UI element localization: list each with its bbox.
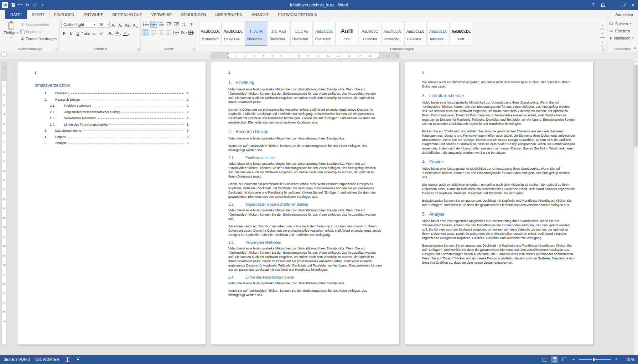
doc-block[interactable]: 1. Einleitung	[228, 80, 382, 85]
tab-selector[interactable]: ∟	[1, 53, 7, 58]
macro-record-icon[interactable]	[76, 358, 80, 361]
style-item[interactable]: AaBbCcDc Intensive...	[427, 21, 450, 46]
doc-block[interactable]: Wenn Sie auf "Onlinevideo" klicken, könn…	[228, 144, 382, 152]
font-name-select[interactable]: Calibri Light▾	[61, 21, 96, 28]
style-item[interactable]: AaBbCcDc Schwache...	[382, 21, 404, 46]
style-item[interactable]: 1.1. AaB Überschrif...	[268, 21, 290, 46]
toc-title[interactable]: Inhaltsverzeichnis	[35, 83, 188, 88]
shrink-font-button[interactable]: A▾	[117, 21, 123, 28]
word-count[interactable]: 831 WÖRTER	[36, 357, 59, 362]
print-layout-button[interactable]	[551, 356, 558, 363]
proofing-status-icon[interactable]	[65, 358, 70, 362]
doc-block[interactable]: 2.1. Problem statement	[228, 156, 382, 160]
style-item[interactable]: AaBbCcDc Hervorhe...	[404, 21, 427, 46]
select-button[interactable]: Markieren▾	[609, 35, 633, 42]
redo-button[interactable]: ↻	[24, 1, 31, 9]
vertical-scrollbar[interactable]: ▴	[633, 59, 638, 355]
doc-block[interactable]: Video bietet eine leistungsstarke Möglic…	[422, 100, 576, 126]
multilevel-list-button[interactable]: ▾	[158, 21, 165, 28]
scrollbar-up-icon[interactable]: ▴	[634, 59, 638, 64]
ribbon-tab[interactable]: SENDUNGEN	[176, 10, 211, 19]
borders-button[interactable]: ▾	[188, 29, 194, 36]
font-dialog-launcher[interactable]: ↘	[136, 47, 140, 51]
collapse-ribbon-button[interactable]: ^	[634, 47, 636, 51]
toc-entry[interactable]: 4. Empirie 3	[35, 135, 188, 142]
styles-dialog-launcher[interactable]: ↘	[602, 47, 606, 51]
maximize-button[interactable]	[618, 0, 628, 10]
show-paragraph-marks-button[interactable]: ¶	[188, 21, 195, 28]
subscript-button[interactable]: x₂	[92, 29, 98, 36]
tab-file[interactable]: DATEI	[5, 10, 27, 19]
replace-button[interactable]: abErsetzen	[609, 27, 633, 35]
zoom-out-button[interactable]: −	[571, 357, 576, 362]
ribbon-tab[interactable]: VERWEISE	[146, 10, 176, 19]
doc-block[interactable]: Video bietet eine leistungsstarke Möglic…	[228, 246, 382, 272]
font-size-select[interactable]: 16▾	[97, 21, 110, 28]
toc-entry[interactable]: 3. Literaturrecherche 3	[35, 129, 188, 135]
toc-entry[interactable]: 2.4. LImite des Forschungsprojekts 2	[35, 123, 188, 129]
clipboard-dialog-launcher[interactable]: ↘	[55, 47, 58, 51]
zoom-in-button[interactable]: +	[614, 357, 619, 362]
styles-scroll-down-button[interactable]: ▾	[600, 29, 605, 37]
doc-block[interactable]: Sie können auch ein Stichwort eingeben, …	[228, 224, 382, 237]
styles-more-button[interactable]: ▾	[600, 37, 605, 46]
minimize-button[interactable]: –	[608, 0, 618, 10]
doc-block[interactable]: Klicken Sie auf "Einfügen", und wählen S…	[422, 129, 576, 155]
first-line-indent-marker[interactable]	[226, 53, 230, 55]
clear-formatting-button[interactable]: A	[132, 21, 139, 28]
style-item[interactable]: 1. AaB Überschrif...	[245, 21, 267, 46]
copy-button[interactable]: Kopieren	[20, 29, 57, 35]
align-center-button[interactable]	[150, 29, 157, 36]
doc-block[interactable]: Beispielsweise können Sie ein passendes …	[422, 199, 576, 207]
toc-entry[interactable]: 2. Research Design 2	[35, 98, 188, 104]
bullets-button[interactable]: ▾	[142, 21, 150, 28]
sort-button[interactable]: AZ	[181, 21, 187, 28]
page-3[interactable]: 3 Sie können auch ein Stichwort eingeben…	[405, 62, 593, 345]
doc-block[interactable]: Video bietet eine leistungsstarke Möglic…	[228, 162, 382, 179]
web-layout-button[interactable]	[561, 356, 568, 363]
bold-button[interactable]: F	[61, 29, 67, 36]
shading-button[interactable]: ▾	[180, 29, 187, 36]
doc-block[interactable]: 2. Research Design	[228, 129, 382, 134]
style-item[interactable]: AaBbCcDc ¶ Kein Lee...	[222, 21, 244, 46]
align-left-button[interactable]	[142, 29, 149, 36]
ribbon-tab[interactable]: ANSICHT	[247, 10, 273, 19]
change-case-button[interactable]: Aa▾	[124, 21, 131, 28]
ribbon-tab[interactable]: ENTWURF	[79, 10, 108, 19]
page-2[interactable]: 2 1. Einleitung Video bietet eine leistu…	[211, 62, 400, 345]
left-indent-marker[interactable]	[226, 56, 230, 58]
italic-button[interactable]: K	[68, 29, 74, 36]
doc-block[interactable]: 2.2. Angestrebter wissenschaftlicher Bei…	[228, 202, 382, 206]
align-right-button[interactable]	[157, 29, 164, 36]
zoom-level[interactable]: 70 %	[622, 357, 634, 362]
toc-entry[interactable]: 2.2. Angestrebter wissenschaftlicher Bei…	[35, 110, 188, 117]
read-mode-button[interactable]	[541, 356, 548, 363]
styles-scroll-up-button[interactable]: ▴	[600, 21, 605, 29]
paste-button[interactable]: Einfügen ▾	[2, 20, 20, 46]
underline-button[interactable]: U	[75, 29, 81, 36]
ribbon-tab[interactable]: EINFÜGEN	[50, 10, 79, 19]
toc-entry[interactable]: 5. Analyse 3	[35, 141, 188, 148]
grow-font-button[interactable]: A▴	[110, 21, 116, 28]
doc-block[interactable]: Video bietet eine leistungsstarke Möglic…	[228, 281, 382, 285]
style-item[interactable]: AaBl Titel	[336, 21, 358, 46]
doc-block[interactable]: Damit Ihr Dokument ein professionelles A…	[228, 182, 382, 199]
doc-block[interactable]: 2.4. LImite des Forschungsprojekts	[228, 275, 382, 279]
doc-block[interactable]: Sie können auch ein Stichwort eingeben, …	[422, 80, 576, 89]
doc-block[interactable]: 3. Literaturrecherche	[422, 93, 576, 98]
zoom-slider[interactable]	[579, 359, 611, 360]
vertical-ruler[interactable]: 2 1 123456789101112131415161718192021222…	[1, 62, 7, 345]
doc-block[interactable]: Video bietet eine leistungsstarke Möglic…	[228, 87, 382, 104]
style-item[interactable]: AaBbCcDc Überschrif...	[313, 21, 336, 46]
ribbon-tab[interactable]: ÜBERPRÜFEN	[211, 10, 247, 19]
doc-block[interactable]: 5. Analyse	[422, 212, 576, 217]
decrease-indent-button[interactable]	[166, 21, 172, 28]
horizontal-ruler[interactable]: ∟ 2 1 123456789101112131415 17 18	[0, 52, 638, 59]
toc-entry[interactable]: 2.3. Verwendete Methoden 2	[35, 116, 188, 123]
justify-button[interactable]	[165, 29, 172, 36]
underline-caret-icon[interactable]: ▾	[82, 31, 83, 34]
zoom-slider-thumb[interactable]	[592, 358, 595, 361]
ribbon-tab[interactable]: SEITENLAYOUT	[108, 10, 146, 19]
page-indicator[interactable]: SEITE 2 VON 3	[4, 357, 30, 362]
doc-block[interactable]: Sie können auch ein Stichwort eingeben, …	[422, 183, 576, 195]
